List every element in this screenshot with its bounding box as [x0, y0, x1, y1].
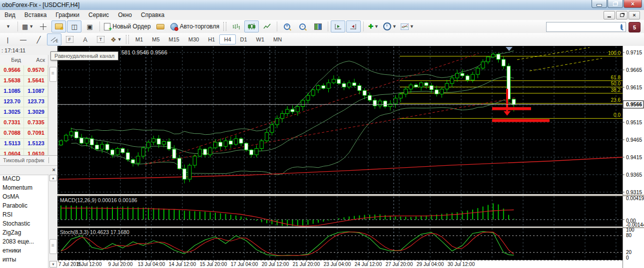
sidebar-item-9[interactable]: ипты	[0, 255, 48, 264]
tab-h1[interactable]: H1	[203, 34, 219, 44]
arrows-tool[interactable]: ❖▼	[109, 33, 123, 45]
vertical-line-tool[interactable]: |	[0, 33, 15, 45]
sidebar-item-6[interactable]: ZigZag	[0, 228, 48, 237]
ask-value: 1.5123	[24, 139, 48, 149]
tab-h4[interactable]: H4	[219, 34, 235, 44]
minimize-button[interactable]	[592, 0, 607, 8]
sidebar-item-0[interactable]: MACD	[0, 174, 48, 183]
line-chart-button[interactable]	[260, 20, 274, 32]
search-input[interactable]	[547, 23, 621, 30]
history-center-button[interactable]	[153, 20, 168, 32]
toolbar-line-studies: | — ╱ E F A T ❖▼ M1M5M15M30H1H4D1W1MN	[0, 33, 644, 46]
zoom-out-button[interactable]: -	[295, 20, 310, 32]
scroll-up-icon[interactable]: ▲	[49, 175, 57, 181]
candlestick-chart-button[interactable]	[244, 20, 259, 32]
bar-chart-button[interactable]	[229, 20, 243, 32]
sidebar-item-4[interactable]: RSI	[0, 210, 48, 219]
zoom-in-button[interactable]: +	[280, 20, 294, 32]
tab-m1[interactable]: M1	[131, 34, 147, 44]
zoom-in-icon: +	[284, 23, 290, 30]
navigator-scrollbar[interactable]: ▲ ▼	[48, 174, 57, 268]
crosshair-icon	[40, 23, 46, 30]
sidebar-item-3[interactable]: Parabolic	[0, 201, 48, 210]
sidebar-item-2[interactable]: OsMA	[0, 192, 48, 201]
menu-item-2[interactable]: Графики	[51, 10, 84, 19]
data-window-button[interactable]: ▣	[82, 20, 97, 32]
text-label-icon: T	[97, 36, 104, 43]
table-row[interactable]: 1.56381.5641	[0, 76, 48, 86]
menu-item-3[interactable]: Сервис	[84, 10, 113, 19]
sidebar-item-1[interactable]: Momentum	[0, 183, 48, 192]
column-header-bid[interactable]: Бид	[0, 55, 24, 65]
menu-item-5[interactable]: Справка	[136, 10, 169, 19]
trendline-tool[interactable]: ╱	[31, 33, 46, 45]
menu-item-0[interactable]: Вид	[0, 10, 20, 19]
templates-button[interactable]: ▼	[399, 20, 416, 32]
child-minimize-button[interactable]	[604, 11, 615, 19]
scroll-down-icon[interactable]: ▼	[49, 261, 57, 268]
table-row[interactable]: 1.51131.5123	[0, 139, 48, 149]
scrollbar-thumb[interactable]	[49, 67, 57, 82]
tab-mn[interactable]: MN	[269, 34, 286, 44]
auto-scroll-button[interactable]	[331, 20, 345, 32]
auto-trading-button[interactable]: Авто-торговля	[169, 20, 221, 32]
tab-tick-chart[interactable]: Тиковый график	[0, 155, 57, 165]
equidistant-channel-tool[interactable]: E	[47, 33, 61, 45]
sidebar-item-7[interactable]: 2083 еще...	[0, 237, 48, 246]
sidebar-item-8[interactable]: етники	[0, 246, 48, 255]
table-row[interactable]: 0.73310.7335	[0, 118, 48, 128]
child-close-button[interactable]: ×	[629, 11, 640, 19]
svg-text:30 Jul 12:00: 30 Jul 12:00	[448, 262, 475, 267]
tile-windows-button[interactable]	[311, 20, 325, 32]
fibonacci-tool[interactable]: F	[62, 33, 77, 45]
menu-item-1[interactable]: Вставка	[20, 10, 51, 19]
bid-value: 0.9566	[0, 65, 24, 75]
chart-shift-button[interactable]	[346, 20, 361, 32]
crosshair-button[interactable]	[36, 20, 50, 32]
new-chart-button[interactable]: ▦▼	[20, 20, 35, 32]
column-header-ask[interactable]: Аск	[24, 55, 48, 65]
chevron-down-icon: ▼	[410, 24, 414, 29]
restore-button[interactable]	[608, 0, 623, 8]
svg-text:100: 100	[626, 227, 635, 233]
table-row[interactable]: 0.70880.7091	[0, 128, 48, 139]
child-restore-button[interactable]	[616, 11, 628, 19]
text-tool[interactable]: A	[78, 33, 92, 45]
tab-m15[interactable]: M15	[164, 34, 184, 44]
text-label-tool[interactable]: T	[93, 33, 108, 45]
close-icon[interactable]: ×	[52, 167, 55, 173]
notifications-badge[interactable]: 5	[629, 22, 641, 32]
text-icon: A	[83, 36, 87, 43]
chevron-down-icon: ▼	[6, 24, 10, 29]
scrollbar-thumb[interactable]	[49, 239, 57, 254]
tab-m30[interactable]: M30	[184, 34, 203, 44]
horizontal-line-tool[interactable]: —	[16, 33, 30, 45]
table-row[interactable]: 0.95660.9570	[0, 65, 48, 76]
svg-text:0: 0	[626, 255, 629, 261]
auto-trading-label: Авто-торговля	[180, 23, 219, 30]
arrows-icon: ❖	[110, 36, 116, 43]
indicators-button[interactable]: ✚▼	[366, 20, 381, 32]
tab-w1[interactable]: W1	[252, 34, 269, 44]
gold-bars-icon	[156, 24, 164, 29]
templates-icon	[401, 23, 409, 30]
table-row[interactable]: 1.30251.3029	[0, 107, 48, 118]
ask-value: 0.9570	[24, 65, 48, 75]
table-row[interactable]: 1.10851.1087	[0, 86, 48, 97]
new-order-button[interactable]: Новый Ордер	[102, 20, 152, 32]
tab-m5[interactable]: M5	[147, 34, 164, 44]
menu-item-4[interactable]: Окно	[113, 10, 136, 19]
chart-area[interactable]: 100.061.850.038.223.60.0581 0.9546 0.956…	[57, 46, 644, 268]
toolbar-overflow-button[interactable]: ▼	[0, 20, 15, 32]
sidebar-item-5[interactable]: Stochastic	[0, 219, 48, 228]
ask-value: 0.7091	[24, 128, 48, 138]
profiles-button[interactable]	[51, 20, 66, 32]
search-icon[interactable]	[621, 24, 623, 30]
tab-d1[interactable]: D1	[236, 34, 252, 44]
market-watch-panel: : 17:14:11 Бид Аск 0.95660.95701.56381.5…	[0, 46, 57, 268]
market-watch-button[interactable]: ◫	[67, 20, 81, 32]
close-button[interactable]: ×	[624, 0, 642, 8]
periods-button[interactable]: ▼	[382, 20, 398, 32]
close-icon: ×	[631, 1, 635, 6]
table-row[interactable]: 123.70123.73	[0, 97, 48, 107]
